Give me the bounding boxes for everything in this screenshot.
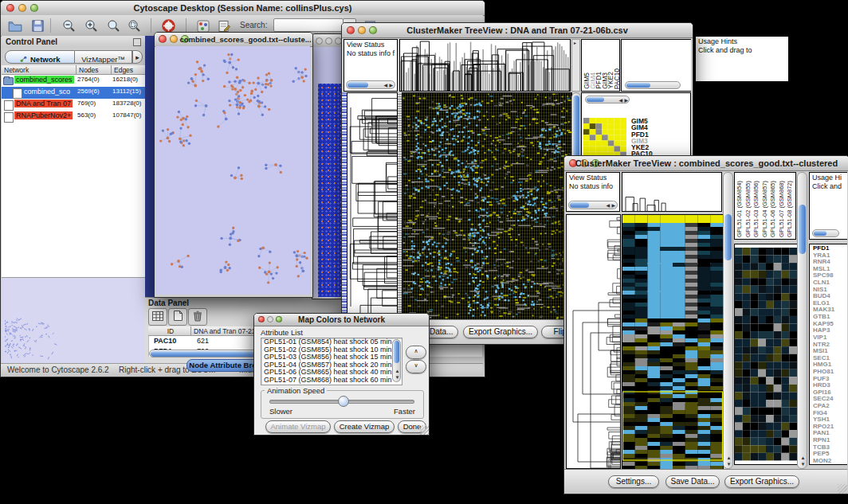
resize-grip[interactable] <box>419 425 429 435</box>
treeview-combined-window: ClusterMaker TreeView : combined_scores_… <box>563 155 848 494</box>
network-canvas-1[interactable] <box>155 46 310 295</box>
zoom-fit-icon[interactable] <box>125 18 144 34</box>
network-table-row[interactable]: DNA and Tran 07 769(0) 183728(0) <box>2 99 145 111</box>
birdseye-network-thumbnail <box>5 308 73 361</box>
zoom-heatmap-matrix[interactable] <box>583 118 626 158</box>
row-dendrogram[interactable] <box>347 92 398 319</box>
heatmap-vscrollbar[interactable]: ▲▼ <box>723 172 733 469</box>
animation-speed-group: Animation Speed Slower Faster <box>261 390 424 419</box>
float-panel-icon[interactable] <box>133 38 141 46</box>
status-welcome: Welcome to Cytoscape 2.6.2 <box>7 365 109 374</box>
tab-network-label: Network <box>30 55 60 64</box>
network-nodes: 2764(0) <box>77 76 100 83</box>
resize-grip[interactable] <box>838 484 847 494</box>
dialog-button[interactable]: Create Vizmap <box>334 420 395 433</box>
network-file-icon <box>4 112 14 123</box>
network-name: DNA and Tran 07 <box>14 100 73 107</box>
delete-attribute-icon[interactable] <box>188 308 207 326</box>
array-label: GPL51-08 (GSM872) <box>786 181 795 237</box>
table-mode-icon[interactable] <box>148 308 167 326</box>
treeview-button[interactable]: Export Graphics... <box>724 475 799 488</box>
treeview-combined-titlebar[interactable]: ClusterMaker TreeView : combined_scores_… <box>564 156 848 171</box>
row-dendrogram-svg <box>347 93 397 318</box>
data-panel-title: Data Panel <box>148 299 189 307</box>
network-window-title: combined_scores_good.txt--cluste... <box>155 35 312 44</box>
network-table-row[interactable]: RNAPuberNov2+ 563(0) 107847(0) <box>2 111 145 123</box>
column-dendrogram[interactable] <box>622 172 722 212</box>
close-button[interactable] <box>316 37 323 45</box>
global-heatmap[interactable] <box>402 92 572 321</box>
move-down-button[interactable]: ∨ <box>406 360 426 373</box>
tab-overflow-arrow[interactable]: ▸ <box>132 50 143 64</box>
main-titlebar[interactable]: Cytoscape Desktop (Session Name: collins… <box>1 1 485 16</box>
treeview-button[interactable]: Settings... <box>608 475 659 488</box>
dense-network-block <box>318 84 341 297</box>
attribute-list-scrollbar[interactable]: ▲▼ <box>392 339 401 382</box>
usage-hints-title: Usage Hints <box>696 37 788 46</box>
usage-hints-hscrollbar[interactable] <box>812 229 839 237</box>
array-labels-panel[interactable]: GPL51-01 (GSM854)GPL51-02 (GSM855)GPL51-… <box>734 172 796 240</box>
network-nodes: 2569(6) <box>77 88 100 95</box>
usage-hints-hscrollbar[interactable] <box>625 81 681 89</box>
gene-label-list: PFD1YRA1RNR4MSL1SPC98CLN1NIS1BUD4ELG1MAK… <box>810 245 847 252</box>
array-label: GPL51-01 (GSM854) <box>736 181 744 237</box>
array-labels-panel[interactable]: GIM5GIM4PFD1GIM3YKE2PAC10 <box>581 39 620 92</box>
dialog-button[interactable]: Animate Vizmap <box>265 420 331 433</box>
network-name: RNAPuberNov2+ <box>14 111 73 119</box>
birdseye-view[interactable] <box>2 277 145 364</box>
network-name: combined_scores <box>14 76 74 84</box>
network-window-1: combined_scores_good.txt--cluste... <box>154 32 313 298</box>
zoom-panel-hscrollbar[interactable]: ◀▶ <box>585 96 630 104</box>
treeview-button[interactable]: Export Graphics... <box>463 326 538 338</box>
attribute-items: GPL51-01 (GSM854) heat shock 05 minGPL51… <box>261 338 402 384</box>
tab-vizmapper[interactable]: VizMapper™ <box>75 50 132 64</box>
zoom-in-icon[interactable] <box>82 18 101 34</box>
treeview-button[interactable]: Save Data... <box>665 475 720 488</box>
zoom-gene-labels[interactable]: GIM5GIM4PFD1GIM3YKE2PAC10 <box>631 118 679 158</box>
column-dendrogram[interactable] <box>399 39 571 92</box>
move-up-button[interactable]: ∧ <box>406 346 426 359</box>
dialog-titlebar[interactable]: Map Colors to Network <box>254 314 429 326</box>
network-canvas-2[interactable] <box>313 47 341 297</box>
network-table-row[interactable]: combined_scores 2764(0) 16218(0) <box>2 75 145 87</box>
network-file-icon <box>4 100 14 111</box>
main-heatmap-svg <box>622 215 723 470</box>
speed-slider-thumb[interactable] <box>338 396 349 407</box>
view-status-hscrollbar[interactable]: ◀▶ <box>346 80 395 89</box>
minimize-button[interactable] <box>325 37 332 45</box>
row-dendrogram[interactable] <box>566 214 621 469</box>
usage-hints-text: Click and drag to <box>696 46 788 55</box>
gene-labels-panel[interactable]: PFD1YRA1RNR4MSL1SPC98CLN1NIS1BUD4ELG1MAK… <box>809 244 847 465</box>
dialog-title: Map Colors to Network <box>254 315 429 324</box>
network-edges: 107847(0) <box>112 111 141 119</box>
network-nodes: 563(0) <box>77 111 96 119</box>
open-session-icon[interactable] <box>6 18 25 34</box>
attribute-item[interactable]: GPL51-07 (GSM868) heat shock 60 min <box>261 377 402 385</box>
main-heatmap[interactable] <box>622 214 724 471</box>
tab-network[interactable]: Network <box>5 50 75 64</box>
attribute-list[interactable]: GPL51-01 (GSM854) heat shock 05 minGPL51… <box>261 338 402 385</box>
data-row-id: PAC10 <box>154 337 176 345</box>
usage-hints-panel: Usage Hi Click and <box>809 172 847 240</box>
network-folder-icon <box>3 77 14 85</box>
network-nodes: 769(0) <box>77 100 96 107</box>
view-status-hscrollbar[interactable]: ◀▶ <box>568 201 618 209</box>
new-attribute-icon[interactable] <box>168 308 187 326</box>
network-edges: 13112(15) <box>112 88 141 95</box>
search-input[interactable] <box>273 18 344 32</box>
array-label: GPL51-02 (GSM855) <box>744 181 753 237</box>
network-table-row[interactable]: combined_sco 2569(6) 13112(15) <box>2 87 145 99</box>
view-status-title: View Status <box>344 40 397 49</box>
treeview-dna-titlebar[interactable]: ClusterMaker TreeView : DNA and Tran 07-… <box>342 23 693 38</box>
scroll-strip[interactable]: ▸ <box>571 39 580 92</box>
array-label: GPL51-06 (GSM865) <box>769 181 778 237</box>
zoom-heatmap[interactable] <box>734 244 798 465</box>
gene-label[interactable]: MON2 <box>811 458 847 465</box>
zoom-vscrollbar[interactable]: ▲▼ <box>797 172 807 469</box>
array-label-list: GIM5GIM4PFD1GIM3YKE2PAC10 <box>583 40 619 89</box>
zoom-out-icon[interactable] <box>60 18 79 34</box>
search-label: Search: <box>240 21 267 29</box>
zoom-selected-icon[interactable] <box>104 18 124 34</box>
save-session-icon[interactable] <box>28 18 47 34</box>
attribute-list-label: Attribute List <box>261 328 303 337</box>
